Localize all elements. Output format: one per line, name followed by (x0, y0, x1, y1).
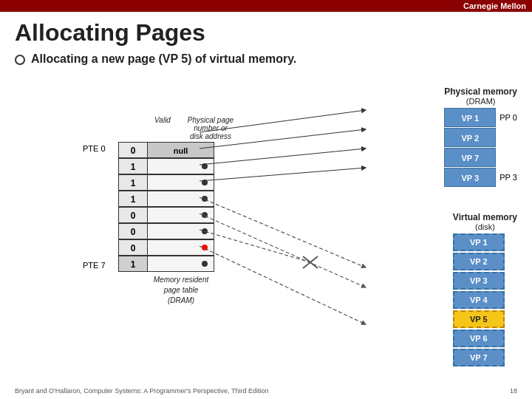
bullet-icon (15, 55, 25, 65)
svg-line-7 (303, 256, 318, 268)
phys-mem-title: Physical memory (444, 86, 517, 97)
virt-mem-row: VP 3 (453, 272, 517, 290)
phys-mem-row: VP 2 (444, 128, 517, 147)
virt-mem-row: VP 6 (453, 330, 517, 347)
phys-mem-row: VP 7 (444, 148, 517, 167)
table-row: 1 (118, 256, 244, 272)
table-row: 0 null (118, 142, 244, 158)
pp-label: PP 0 (499, 113, 517, 122)
table-row: 1 (118, 191, 244, 207)
pte7-label: PTE 7 (83, 261, 106, 270)
virtual-memory: Virtual memory (disk) VP 1 VP 2 VP 3 VP … (453, 212, 517, 368)
footer-left: Bryant and O'Hallaron, Computer Systems:… (15, 387, 268, 395)
table-row: 1 (118, 174, 244, 191)
brand-label: Carnegie Mellon (463, 1, 526, 10)
pt-header-valid: Valid (148, 116, 177, 140)
mem-resident-label: Memory residentpage table(DRAM) (118, 275, 244, 306)
top-bar: Carnegie Mellon (0, 0, 532, 12)
table-row: 0 (118, 207, 244, 223)
virt-mem-row: VP 1 (453, 233, 517, 251)
footer: Bryant and O'Hallaron, Computer Systems:… (15, 387, 517, 395)
table-row: 0 (118, 239, 244, 256)
table-row: 0 (118, 223, 244, 239)
virt-mem-row: VP 5 (453, 310, 517, 328)
table-row: 1 (118, 158, 244, 174)
phys-mem-subtitle: (DRAM) (444, 97, 517, 106)
virt-mem-title: Virtual memory (453, 212, 517, 222)
virt-mem-subtitle: (disk) (453, 222, 517, 231)
pt-header-disk: Physical page number or disk address (177, 116, 244, 140)
pte0-label: PTE 0 (83, 144, 106, 153)
pp-label: PP 3 (499, 173, 517, 182)
virt-mem-row: VP 7 (453, 349, 517, 366)
diagram-area: Valid Physical page number or disk addre… (30, 72, 532, 352)
virt-mem-row: VP 2 (453, 253, 517, 270)
svg-line-8 (303, 256, 318, 268)
footer-right: 18 (510, 387, 517, 395)
phys-mem-row: VP 1 PP 0 (444, 108, 517, 127)
page-title: Allocating Pages (15, 19, 517, 47)
phys-mem-row: VP 3 PP 3 (444, 168, 517, 187)
physical-memory: Physical memory (DRAM) VP 1 PP 0 VP 2 VP… (444, 86, 517, 188)
virt-mem-row: VP 4 (453, 291, 517, 309)
page-table: Valid Physical page number or disk addre… (118, 116, 244, 306)
subtitle-text: Allocating a new page (VP 5) of virtual … (31, 52, 297, 66)
